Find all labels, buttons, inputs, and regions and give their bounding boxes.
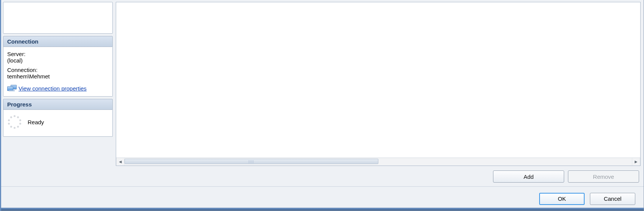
server-value: (local) xyxy=(7,57,109,64)
progress-spinner-icon xyxy=(8,115,22,129)
content-actions-row: Add Remove xyxy=(116,166,641,186)
content-list-box: ◄ ► xyxy=(116,2,641,166)
content-list-area[interactable] xyxy=(116,2,640,158)
connection-value: temhem\Mehmet xyxy=(7,73,109,80)
dialog-footer: OK Cancel xyxy=(1,186,644,211)
connection-label: Connection: xyxy=(7,67,109,73)
connection-properties-icon xyxy=(7,85,16,92)
dialog-window: Connection Server: (local) Connection: t… xyxy=(0,0,644,211)
window-bottom-border xyxy=(1,208,644,211)
progress-section-header: Progress xyxy=(3,99,113,110)
connection-section-header: Connection xyxy=(3,36,113,47)
remove-button: Remove xyxy=(568,170,639,183)
scroll-right-button[interactable]: ► xyxy=(632,158,640,166)
progress-section-body: Ready xyxy=(3,110,113,137)
scroll-left-button[interactable]: ◄ xyxy=(116,158,124,166)
ok-button[interactable]: OK xyxy=(539,193,585,205)
progress-section: Progress Ready xyxy=(3,99,113,139)
add-button[interactable]: Add xyxy=(493,170,564,183)
scrollbar-thumb[interactable] xyxy=(124,159,378,164)
scrollbar-track[interactable] xyxy=(124,158,632,166)
view-connection-properties-link[interactable]: View connection properties xyxy=(19,85,87,92)
connection-section-body: Server: (local) Connection: temhem\Mehme… xyxy=(3,47,113,97)
main-panel: ◄ ► Add Remove xyxy=(116,2,641,186)
sidebar-blank-panel xyxy=(3,2,113,34)
dialog-body: Connection Server: (local) Connection: t… xyxy=(1,0,644,186)
left-sidebar: Connection Server: (local) Connection: t… xyxy=(3,2,113,186)
progress-status-text: Ready xyxy=(28,119,44,125)
connection-section: Connection Server: (local) Connection: t… xyxy=(3,36,113,99)
cancel-button[interactable]: Cancel xyxy=(590,193,635,205)
server-label: Server: xyxy=(7,51,109,57)
horizontal-scrollbar[interactable]: ◄ ► xyxy=(116,158,640,166)
view-connection-properties-row: View connection properties xyxy=(7,85,109,92)
